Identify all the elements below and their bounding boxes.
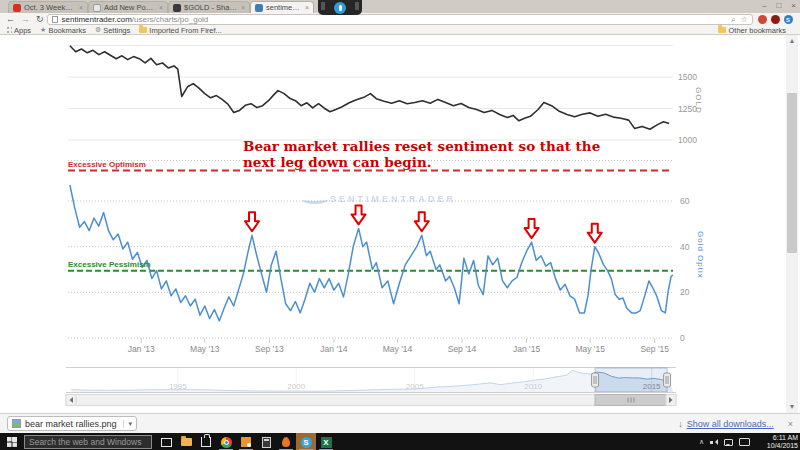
dark-red-extension-icon[interactable] xyxy=(771,15,780,24)
excessive-pessimism-label: Excessive Pessimism xyxy=(68,260,151,269)
x-axis-tick: Jan '13 xyxy=(128,344,155,354)
red-down-arrow xyxy=(525,219,539,238)
url-path: /users/charts/po_gold xyxy=(132,15,209,24)
recording-overlay[interactable] xyxy=(318,0,362,15)
overlay-right-handle xyxy=(355,2,359,10)
microphone-icon[interactable] xyxy=(334,2,346,14)
red-down-arrow xyxy=(588,224,602,243)
tab-title: $GOLD - SharpCharts Wo... xyxy=(184,3,238,12)
tab-favicon xyxy=(255,4,263,12)
tab-strip: Oct. 3 Weekend report | S×Add New Post -… xyxy=(0,0,800,13)
taskbar-chrome-icon[interactable] xyxy=(216,433,236,450)
tab-close-icon[interactable]: × xyxy=(159,4,163,11)
optix-axis-title: Gold Optix xyxy=(696,231,705,279)
system-tray: ∧ 6:11 AM 10/4/2015 xyxy=(699,433,798,450)
taskbar-task-view-icon[interactable] xyxy=(156,433,176,450)
maximize-button[interactable]: □ xyxy=(776,1,781,10)
scroll-up-icon[interactable]: ▲ xyxy=(786,35,798,47)
browser-tab[interactable]: Add New Post - Smart M...× xyxy=(88,1,168,13)
navigator-selection[interactable] xyxy=(595,368,667,392)
tab-close-icon[interactable]: × xyxy=(241,4,245,11)
keyboard-icon[interactable] xyxy=(739,438,750,446)
gold-axis-tick: 1000 xyxy=(678,135,697,145)
bookmark-item[interactable]: ★Bookmarks xyxy=(40,26,86,35)
browser-tab[interactable]: Oct. 3 Weekend report | S× xyxy=(8,1,88,13)
overlay-left-handle xyxy=(321,2,325,10)
tab-favicon xyxy=(13,4,21,12)
back-icon[interactable]: ← xyxy=(6,14,15,25)
bookmark-star-icon[interactable]: ☆ xyxy=(740,15,747,24)
clock-time: 6:11 AM xyxy=(756,434,798,442)
tab-title: Oct. 3 Weekend report | S xyxy=(24,3,76,12)
browser-window: Oct. 3 Weekend report | S×Add New Post -… xyxy=(0,0,800,450)
scrollbar-thumb[interactable] xyxy=(787,93,797,253)
taskbar-flame-app-icon[interactable] xyxy=(276,433,296,450)
browser-toolbar: ← → ↻ sentimentrader.com/users/charts/po… xyxy=(0,13,800,26)
navigator-scrollbar-track[interactable] xyxy=(66,395,676,406)
show-all-downloads-link[interactable]: Show all downloads... xyxy=(687,419,774,429)
bookmark-item[interactable]: Apps xyxy=(5,26,31,35)
tray-expand-icon[interactable]: ∧ xyxy=(699,438,704,446)
red-down-arrow xyxy=(352,205,366,224)
x-axis-tick: Jan '14 xyxy=(320,344,347,354)
taskbar-file-explorer-icon[interactable] xyxy=(176,433,196,450)
x-axis-tick: May '14 xyxy=(383,344,413,354)
red-circle-extension-icon[interactable] xyxy=(758,15,767,24)
page-icon xyxy=(52,16,58,23)
action-center-icon[interactable] xyxy=(724,439,733,446)
download-icon: ↓ xyxy=(678,419,683,429)
navigator-handle[interactable] xyxy=(664,373,671,387)
browser-tab[interactable]: $GOLD - SharpCharts Wo...× xyxy=(168,1,250,13)
navigator-handle[interactable] xyxy=(592,373,599,387)
bookmarks-bar: Apps★Bookmarks⚙SettingsImported From Fir… xyxy=(0,26,800,35)
excessive-optimism-label: Excessive Optimism xyxy=(68,160,146,169)
start-button[interactable] xyxy=(0,433,24,450)
x-axis-tick: Sep '14 xyxy=(448,344,477,354)
tab-close-icon[interactable]: × xyxy=(79,4,83,11)
address-bar[interactable]: sentimentrader.com/users/charts/po_gold … xyxy=(47,14,753,25)
downloaded-file-chip[interactable]: bear market rallies.png ▾ xyxy=(7,416,137,431)
gold-optix-chart[interactable]: 1500125010006040200Jan '13May '13Sep '13… xyxy=(0,35,800,413)
extensions-row: S xyxy=(758,15,793,24)
page-scrollbar[interactable]: ▲ ▼ xyxy=(786,35,798,413)
minimize-button[interactable]: ‒ xyxy=(762,1,766,10)
optix-axis-tick: 20 xyxy=(680,287,690,297)
speaker-icon[interactable] xyxy=(710,439,718,446)
close-button[interactable]: × xyxy=(791,1,796,10)
zoom-icon[interactable]: ⌕ xyxy=(731,15,735,25)
x-axis-tick: May '13 xyxy=(190,344,220,354)
taskbar-search-input[interactable]: Search the web and Windows xyxy=(24,435,152,449)
blue-s-extension-icon[interactable]: S xyxy=(784,15,793,24)
scroll-down-icon[interactable]: ▼ xyxy=(786,401,798,413)
page-content: 1500125010006040200Jan '13May '13Sep '13… xyxy=(0,35,800,413)
optix-axis-tick: 40 xyxy=(680,242,690,252)
watermark: SENTIMENTRADER xyxy=(302,194,456,204)
chart-annotation: Bear market rallies reset sentiment so t… xyxy=(243,138,623,170)
reload-icon[interactable]: ↻ xyxy=(36,14,44,25)
taskbar-clock[interactable]: 6:11 AM 10/4/2015 xyxy=(756,434,798,450)
forward-icon[interactable]: → xyxy=(21,14,30,25)
downloads-close-icon[interactable]: × xyxy=(788,419,793,429)
tab-title: Add New Post - Smart M... xyxy=(104,3,156,12)
taskbar-icons: SX xyxy=(156,433,336,450)
chevron-down-icon[interactable]: ▾ xyxy=(123,420,133,428)
taskbar-windows-store-icon[interactable] xyxy=(196,433,216,450)
downloads-bar: bear market rallies.png ▾ ↓ Show all dow… xyxy=(0,413,800,433)
taskbar-skype-icon[interactable]: S xyxy=(296,433,316,450)
taskbar-sticky-notes-icon[interactable] xyxy=(236,433,256,450)
bookmark-item[interactable]: ⚙Settings xyxy=(95,26,130,35)
other-bookmarks[interactable]: Other bookmarks xyxy=(718,26,786,35)
gold-axis-tick: 1500 xyxy=(678,72,697,82)
x-axis-tick: Sep '13 xyxy=(255,344,284,354)
browser-tab[interactable]: sentimenTrader - Gold Op...× xyxy=(250,1,314,13)
taskbar-calculator-icon[interactable] xyxy=(256,433,276,450)
url-host: sentimentrader.com xyxy=(62,15,132,24)
taskbar-excel-icon[interactable]: X xyxy=(316,433,336,450)
search-placeholder: Search the web and Windows xyxy=(29,437,141,447)
windows-logo-icon xyxy=(7,437,17,447)
bookmark-item[interactable]: Imported From Firef... xyxy=(139,26,222,35)
optix-axis-tick: 60 xyxy=(680,196,690,206)
tab-favicon xyxy=(173,4,181,12)
tab-favicon xyxy=(93,4,101,12)
tab-close-icon[interactable]: × xyxy=(305,4,309,11)
